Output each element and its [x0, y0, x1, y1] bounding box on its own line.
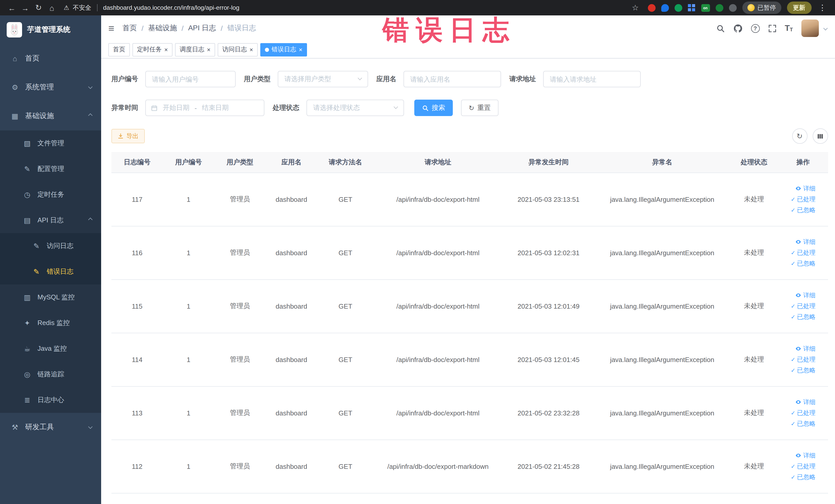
user-id-cell: 1	[163, 279, 214, 333]
extension-icon-3[interactable]	[674, 4, 682, 12]
sidebar-item-redis-monitor[interactable]: ✦ Redis 监控	[0, 310, 101, 336]
sidebar-item-api-logs[interactable]: ▤ API 日志	[0, 207, 101, 233]
detail-link[interactable]: 详细	[791, 237, 815, 247]
mark-processed-link[interactable]: ✓已处理	[791, 194, 815, 205]
tab-schedule-log[interactable]: 调度日志 ×	[175, 43, 215, 56]
detail-label: 详细	[803, 343, 815, 354]
tab-scheduled-tasks[interactable]: 定时任务 ×	[133, 43, 172, 56]
reset-button[interactable]: ↻ 重置	[461, 100, 498, 116]
font-size-icon[interactable]: T T	[785, 24, 793, 32]
search-icon[interactable]	[716, 24, 725, 33]
sidebar-item-tracing[interactable]: ◎ 链路追踪	[0, 362, 101, 387]
column-settings-button[interactable]	[812, 128, 828, 144]
breadcrumb-infrastructure[interactable]: 基础设施	[148, 24, 177, 33]
check-icon: ✓	[791, 247, 795, 258]
bookmark-star-icon[interactable]: ☆	[629, 1, 642, 14]
refresh-button[interactable]: ↻	[792, 128, 807, 144]
hamburger-icon[interactable]: ≡	[108, 23, 114, 33]
close-icon[interactable]: ×	[299, 46, 302, 53]
mark-processed-link[interactable]: ✓已处理	[791, 247, 815, 258]
log-id-cell: 115	[111, 279, 163, 333]
extension-icon-1[interactable]	[648, 4, 655, 12]
browser-back-icon[interactable]: ←	[5, 1, 19, 14]
avatar-caret-icon[interactable]	[823, 26, 828, 31]
extension-grid-icon[interactable]	[688, 4, 695, 12]
user-type-select[interactable]: 请选择用户类型	[278, 71, 368, 87]
status-cell: 未处理	[730, 279, 778, 333]
search-button[interactable]: 搜索	[414, 100, 453, 116]
fullscreen-icon[interactable]	[768, 24, 776, 33]
profile-paused-label: 已暂停	[757, 3, 776, 12]
mark-processed-link[interactable]: ✓已处理	[791, 407, 815, 418]
app-logo[interactable]: 芋道管理系统	[0, 15, 101, 44]
export-button[interactable]: 导出	[111, 129, 145, 143]
status-cell: 未处理	[730, 386, 778, 440]
extension-leaf-icon[interactable]	[715, 4, 723, 12]
help-icon[interactable]: ?	[751, 24, 759, 33]
sidebar-item-config-management[interactable]: ✎ 配置管理	[0, 156, 101, 182]
check-icon: ✓	[791, 354, 795, 365]
sidebar-item-scheduled-tasks[interactable]: ◷ 定时任务	[0, 182, 101, 207]
detail-link[interactable]: 详细	[791, 183, 815, 194]
extension-paw-icon[interactable]	[729, 4, 736, 12]
mark-ignored-link[interactable]: ✓已忽略	[791, 311, 815, 322]
detail-link[interactable]: 详细	[791, 450, 815, 461]
app-cell: dashboard	[266, 279, 317, 333]
breadcrumb-home[interactable]: 首页	[122, 24, 137, 33]
user-type-label: 用户类型	[244, 75, 270, 84]
breadcrumb-api-logs[interactable]: API 日志	[188, 24, 216, 33]
browser-update-button[interactable]: 更新	[787, 2, 811, 14]
processed-label: 已处理	[797, 461, 815, 472]
sidebar-item-system-management[interactable]: ⚙ 系统管理	[0, 73, 101, 102]
extension-icon-2[interactable]	[661, 4, 669, 12]
sidebar-item-infrastructure[interactable]: ▦ 基础设施	[0, 102, 101, 130]
mark-processed-link[interactable]: ✓已处理	[791, 301, 815, 311]
user-type-cell: 管理员	[214, 226, 266, 279]
sidebar-item-mysql-monitor[interactable]: ▥ MySQL 监控	[0, 284, 101, 310]
table-row: 112 1 管理员 dashboard GET /api/infra/db-do…	[111, 440, 828, 493]
sidebar-item-home[interactable]: ⌂ 首页	[0, 44, 101, 73]
browser-profile-button[interactable]: 已暂停	[742, 2, 781, 14]
mark-ignored-link[interactable]: ✓已忽略	[791, 365, 815, 376]
mark-ignored-link[interactable]: ✓已忽略	[791, 472, 815, 482]
process-status-select[interactable]: 请选择处理状态	[306, 100, 404, 116]
user-id-input[interactable]	[145, 71, 236, 87]
github-icon[interactable]	[733, 23, 742, 33]
time-cell: 2021-05-02 21:45:28	[502, 440, 595, 493]
filter-user-type: 用户类型 请选择用户类型	[244, 71, 368, 87]
sidebar-item-dev-tools[interactable]: ⚒ 研发工具	[0, 413, 101, 442]
browser-home-icon[interactable]: ⌂	[45, 1, 59, 14]
mark-processed-link[interactable]: ✓已处理	[791, 354, 815, 365]
app-name-input[interactable]	[404, 71, 501, 87]
clock-icon: ◷	[23, 190, 32, 199]
tab-error-log[interactable]: 错误日志 ×	[260, 43, 307, 56]
sidebar-item-access-log[interactable]: ✎ 访问日志	[0, 233, 101, 259]
eye-icon	[795, 239, 802, 245]
sidebar-item-java-monitor[interactable]: ☕ Java 监控	[0, 336, 101, 362]
address-bar[interactable]: ⚠ 不安全 dashboard.yudao.iocoder.cn/infra/l…	[64, 3, 629, 12]
close-icon[interactable]: ×	[164, 46, 168, 53]
mark-ignored-link[interactable]: ✓已忽略	[791, 418, 815, 429]
sidebar-item-file-management[interactable]: ▧ 文件管理	[0, 130, 101, 156]
tab-access-log[interactable]: 访问日志 ×	[218, 43, 258, 56]
browser-menu-kebab-icon[interactable]: ⋮	[817, 3, 828, 12]
browser-reload-icon[interactable]: ↻	[32, 1, 45, 14]
extension-on-icon[interactable]: on	[701, 4, 710, 12]
close-icon[interactable]: ×	[207, 46, 210, 53]
detail-link[interactable]: 详细	[791, 397, 815, 407]
detail-link[interactable]: 详细	[791, 343, 815, 354]
close-icon[interactable]: ×	[249, 46, 253, 53]
date-range-picker[interactable]: 开始日期 - 结束日期	[145, 100, 264, 116]
sidebar-item-error-log[interactable]: ✎ 错误日志	[0, 259, 101, 284]
mark-ignored-link[interactable]: ✓已忽略	[791, 205, 815, 216]
mark-ignored-link[interactable]: ✓已忽略	[791, 258, 815, 269]
mark-processed-link[interactable]: ✓已处理	[791, 461, 815, 472]
sidebar-item-log-center[interactable]: ≣ 日志中心	[0, 387, 101, 413]
tab-home[interactable]: 首页	[108, 43, 130, 56]
ignored-label: 已忽略	[797, 472, 815, 482]
request-url-input[interactable]	[543, 71, 641, 87]
user-avatar[interactable]	[801, 20, 819, 37]
detail-link[interactable]: 详细	[791, 290, 815, 301]
ignored-label: 已忽略	[797, 365, 815, 376]
browser-forward-icon[interactable]: →	[19, 1, 32, 14]
